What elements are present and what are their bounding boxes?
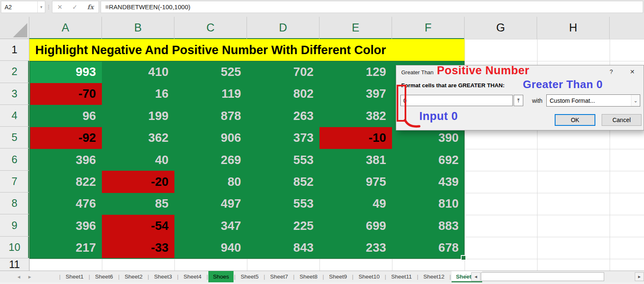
cell-B6[interactable]: 40 xyxy=(102,149,174,171)
row-header-7[interactable]: 7 xyxy=(0,171,29,193)
cell-B7[interactable]: -20 xyxy=(102,171,174,193)
column-header-A[interactable]: A xyxy=(29,17,102,39)
enter-icon[interactable]: ✓ xyxy=(72,3,78,11)
cell-E3[interactable]: 397 xyxy=(319,83,392,105)
insert-function-icon[interactable]: fx xyxy=(87,3,93,11)
cancel-button[interactable]: Cancel xyxy=(602,114,641,126)
sheet-tab-sheet8[interactable]: Sheet8 xyxy=(295,271,322,282)
cell-E4[interactable]: 382 xyxy=(319,105,392,127)
row-header-11[interactable]: 11 xyxy=(0,258,29,271)
cell-D10[interactable]: 843 xyxy=(247,237,319,259)
range-picker-icon[interactable]: ⤒ xyxy=(514,95,523,106)
row-header-8[interactable]: 8 xyxy=(0,193,29,214)
cell-D7[interactable]: 852 xyxy=(247,171,319,193)
cell-B9[interactable]: -54 xyxy=(102,215,174,237)
cell-D4[interactable]: 263 xyxy=(247,105,319,127)
cell-A2[interactable]: 993 xyxy=(29,61,102,83)
cell-E2[interactable]: 129 xyxy=(319,61,392,83)
cell-C4[interactable]: 878 xyxy=(174,105,247,127)
tabs-nav-right-icon[interactable]: ► xyxy=(24,271,35,282)
column-header-C[interactable]: C xyxy=(174,17,247,39)
column-header-B[interactable]: B xyxy=(102,17,174,39)
tabs-nav-left-icon[interactable]: ◄ xyxy=(13,271,24,282)
cell-C7[interactable]: 80 xyxy=(174,171,247,193)
chevron-down-icon[interactable]: ⌄ xyxy=(631,95,640,106)
cell-A7[interactable]: 822 xyxy=(29,171,102,193)
sheet-tab-sheet3[interactable]: Sheet3 xyxy=(149,271,177,282)
column-header-G[interactable]: G xyxy=(465,17,537,39)
cell-F10[interactable]: 678 xyxy=(392,237,465,259)
cell-D5[interactable]: 373 xyxy=(247,127,319,149)
title-cell[interactable]: Highlight Negative And Positive Number W… xyxy=(29,39,465,61)
cell-B2[interactable]: 410 xyxy=(102,61,174,83)
threshold-input[interactable] xyxy=(400,95,513,106)
cell-A10[interactable]: 217 xyxy=(29,237,102,259)
row-header-3[interactable]: 3 xyxy=(0,83,29,105)
name-box-dropdown-icon[interactable]: ▾ xyxy=(37,1,45,13)
cell-F7[interactable]: 439 xyxy=(392,171,465,193)
sheet-tab-shoes[interactable]: Shoes xyxy=(208,271,234,282)
cell-A8[interactable]: 476 xyxy=(29,193,102,215)
cell-A4[interactable]: 96 xyxy=(29,105,102,127)
cell-C8[interactable]: 497 xyxy=(174,193,247,215)
row-header-2[interactable]: 2 xyxy=(0,61,29,83)
column-header-H[interactable]: H xyxy=(537,17,610,39)
sheet-tab-sheet9[interactable]: Sheet9 xyxy=(325,271,352,282)
sheet-tab-sheet12[interactable]: Sheet12 xyxy=(419,271,449,282)
cell-D9[interactable]: 225 xyxy=(247,215,319,237)
cell-C3[interactable]: 119 xyxy=(174,83,247,105)
formula-input[interactable]: =RANDBETWEEN(-100,1000) xyxy=(101,1,643,13)
cell-C10[interactable]: 940 xyxy=(174,237,247,259)
scrollbar-thumb[interactable] xyxy=(481,272,604,281)
cell-F6[interactable]: 692 xyxy=(392,149,465,171)
tabbar-splitter-icon[interactable]: ⁞ xyxy=(465,273,467,279)
cell-E9[interactable]: 699 xyxy=(319,215,392,237)
row-header-5[interactable]: 5 xyxy=(0,127,29,149)
scroll-left-icon[interactable]: ◄ xyxy=(471,272,480,281)
cell-E5[interactable]: -10 xyxy=(319,127,392,149)
sheet-tab-sheet7[interactable]: Sheet7 xyxy=(265,271,293,282)
sheet-tab-sheet6[interactable]: Sheet6 xyxy=(91,271,118,282)
cell-D6[interactable]: 553 xyxy=(247,149,319,171)
cell-D3[interactable]: 802 xyxy=(247,83,319,105)
cell-B5[interactable]: 362 xyxy=(102,127,174,149)
ok-button[interactable]: OK xyxy=(555,114,595,126)
row-header-6[interactable]: 6 xyxy=(0,149,29,170)
sheet-tab-sheet1[interactable]: Sheet1 xyxy=(61,271,88,282)
cell-E8[interactable]: 49 xyxy=(319,193,392,215)
help-icon[interactable]: ? xyxy=(607,68,616,75)
sheet-tab-sheet4[interactable]: Sheet4 xyxy=(179,271,206,282)
cell-F9[interactable]: 883 xyxy=(392,215,465,237)
sheet-tab-sheet10[interactable]: Sheet10 xyxy=(354,271,384,282)
cell-C5[interactable]: 906 xyxy=(174,127,247,149)
cell-E7[interactable]: 975 xyxy=(319,171,392,193)
cell-B4[interactable]: 199 xyxy=(102,105,174,127)
column-header-E[interactable]: E xyxy=(319,17,392,39)
row-header-10[interactable]: 10 xyxy=(0,237,29,258)
cell-B8[interactable]: 85 xyxy=(102,193,174,215)
cell-D2[interactable]: 702 xyxy=(247,61,319,83)
cancel-icon[interactable]: ✕ xyxy=(57,3,63,11)
cell-A9[interactable]: 396 xyxy=(29,215,102,237)
cell-A5[interactable]: -92 xyxy=(29,127,102,149)
column-header-D[interactable]: D xyxy=(247,17,319,39)
sheet-tab-sheet2[interactable]: Sheet2 xyxy=(120,271,147,282)
cell-B10[interactable]: -33 xyxy=(102,237,174,259)
cell-A6[interactable]: 396 xyxy=(29,149,102,171)
cell-A3[interactable]: -70 xyxy=(29,83,102,105)
cell-E10[interactable]: 233 xyxy=(319,237,392,259)
cell-D8[interactable]: 553 xyxy=(247,193,319,215)
row-header-9[interactable]: 9 xyxy=(0,214,29,236)
scroll-right-icon[interactable]: ► xyxy=(635,272,644,281)
cell-C2[interactable]: 525 xyxy=(174,61,247,83)
cell-B3[interactable]: 16 xyxy=(102,83,174,105)
sheet-tab-sheet5[interactable]: Sheet5 xyxy=(236,271,263,282)
cell-C9[interactable]: 347 xyxy=(174,215,247,237)
select-all-corner[interactable] xyxy=(0,17,29,39)
cell-E6[interactable]: 381 xyxy=(319,149,392,171)
scrollbar-track[interactable] xyxy=(604,272,635,281)
name-box[interactable]: A2 ▾ xyxy=(1,1,45,13)
cell-C6[interactable]: 269 xyxy=(174,149,247,171)
row-header-4[interactable]: 4 xyxy=(0,105,29,127)
cell-F8[interactable]: 810 xyxy=(392,193,465,215)
